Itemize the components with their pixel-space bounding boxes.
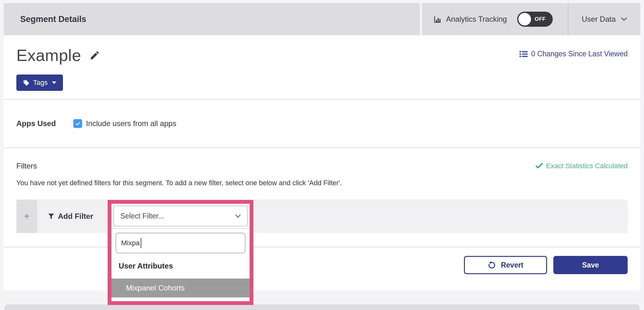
apps-used-label: Apps Used [16, 119, 56, 128]
analytics-tracking-label: Analytics Tracking [446, 15, 507, 24]
changes-since-last-viewed-link[interactable]: 0 Changes Since Last Viewed [519, 50, 628, 58]
check-icon [535, 163, 543, 169]
plus-icon: + [24, 211, 29, 221]
option-group-header: User Attributes [119, 262, 246, 271]
tags-button-label: Tags [33, 79, 48, 87]
include-all-apps-checkbox[interactable] [73, 119, 82, 128]
header-controls-bar: Analytics Tracking OFF User Data [422, 3, 640, 35]
analytics-tracking-toggle[interactable]: OFF [517, 12, 553, 27]
include-all-apps-row: Include users from all apps [73, 119, 176, 128]
text-cursor [141, 238, 141, 248]
save-button-label: Save [582, 261, 599, 269]
toggle-knob [518, 13, 531, 25]
user-data-dropdown[interactable]: User Data [568, 3, 640, 35]
select-filter-value: Select Filter... [120, 212, 164, 220]
revert-button-label: Revert [501, 261, 523, 269]
filter-options-panel: Mixpa User Attributes Mixpanel Cohorts [111, 228, 250, 301]
change-log-icon [519, 51, 528, 58]
top-header: Segment Details Analytics Tracking OFF U… [4, 3, 640, 35]
pencil-icon[interactable] [89, 50, 100, 61]
undo-icon [488, 261, 496, 269]
header-title-bar: Segment Details [4, 3, 420, 35]
user-data-label: User Data [582, 15, 616, 24]
title-section: Example 0 Changes Since Last Viewed Tags [4, 35, 640, 100]
segment-name: Example [16, 46, 81, 65]
filter-search-value: Mixpa [121, 239, 140, 247]
filters-section: Filters Exact Statistics Calculated You … [4, 148, 640, 233]
segment-card: Example 0 Changes Since Last Viewed Tags [4, 35, 640, 291]
filters-heading: Filters [16, 162, 37, 170]
filter-search-input[interactable]: Mixpa [116, 233, 246, 253]
add-filter-label: Add Filter [58, 212, 93, 221]
footer-actions: Revert Save [4, 247, 640, 274]
chevron-down-icon [621, 17, 627, 21]
tags-button[interactable]: Tags [16, 75, 63, 91]
add-filter-plus-button[interactable]: + [16, 200, 37, 233]
chevron-down-icon [235, 214, 241, 218]
filter-select-dropdown: Select Filter... Mixpa User Attributes M… [108, 200, 253, 305]
exact-statistics-status: Exact Statistics Calculated [535, 162, 628, 170]
next-section-bar [4, 304, 640, 310]
filters-empty-text: You have not yet defined filters for thi… [16, 179, 628, 188]
filters-header-row: Filters Exact Statistics Calculated [16, 161, 628, 171]
changes-link-label: 0 Changes Since Last Viewed [531, 50, 628, 58]
revert-button[interactable]: Revert [464, 256, 547, 274]
funnel-icon [48, 213, 54, 220]
select-filter-control[interactable]: Select Filter... [113, 206, 248, 226]
tag-icon [23, 80, 30, 86]
option-mixpanel-cohorts[interactable]: Mixpanel Cohorts [111, 279, 250, 297]
apps-used-section: Apps Used Include users from all apps [4, 100, 640, 148]
segment-details-page: Segment Details Analytics Tracking OFF U… [0, 0, 644, 310]
caret-down-icon [52, 81, 56, 84]
save-button[interactable]: Save [553, 256, 628, 274]
page-title: Segment Details [20, 14, 86, 24]
bar-chart-icon [433, 15, 442, 24]
include-all-apps-label: Include users from all apps [86, 119, 176, 128]
exact-statistics-label: Exact Statistics Calculated [546, 162, 628, 170]
toggle-state-label: OFF [534, 16, 546, 22]
add-filter-button[interactable]: Add Filter [48, 212, 93, 221]
analytics-tracking-control: Analytics Tracking OFF [422, 3, 568, 35]
